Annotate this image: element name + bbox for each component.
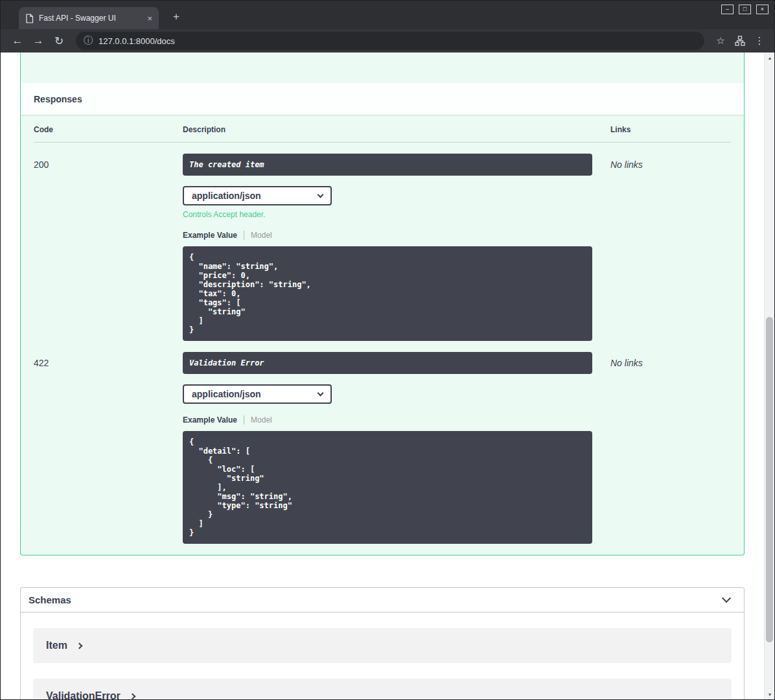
page-content: Responses Code Description Links 200 The… xyxy=(1,52,774,699)
chevron-right-icon xyxy=(76,642,82,649)
example-json-block: { "name": "string", "price": 0, "descrip… xyxy=(183,246,592,341)
response-code: 422 xyxy=(34,352,183,544)
chevron-down-icon xyxy=(318,191,324,198)
tab-example-value[interactable]: Example Value xyxy=(183,231,237,240)
collapse-chevron-icon[interactable] xyxy=(722,594,731,603)
response-description: The created item xyxy=(183,154,592,176)
col-header-description: Description xyxy=(183,125,610,134)
responses-section-header: Responses xyxy=(21,83,744,115)
responses-table: Code Description Links 200 The created i… xyxy=(21,115,744,555)
content-type-select[interactable]: application/json xyxy=(183,384,332,404)
menu-dots-icon[interactable]: ⋮ xyxy=(751,32,768,49)
tab-example-value[interactable]: Example Value xyxy=(183,415,237,425)
back-button[interactable]: ← xyxy=(8,32,27,50)
chevron-down-icon xyxy=(318,390,324,396)
close-button[interactable]: × xyxy=(756,5,769,14)
response-links: No links xyxy=(610,352,731,544)
schemas-title: Schemas xyxy=(29,594,71,605)
browser-window: Fast API - Swagger UI × + – □ × ← → ↻ ⓘ … xyxy=(0,0,775,700)
tab-title: Fast API - Swagger UI xyxy=(39,14,142,23)
response-description: Validation Error xyxy=(183,352,592,374)
model-row-validationerror[interactable]: ValidationError xyxy=(33,679,732,699)
example-model-tabs: Example Value Model xyxy=(183,231,610,240)
content-type-value: application/json xyxy=(192,191,261,201)
tab-model[interactable]: Model xyxy=(251,231,272,240)
col-header-links: Links xyxy=(610,125,731,134)
page-scrollbar[interactable]: ▲ ▼ xyxy=(764,52,774,699)
scroll-down-icon[interactable]: ▼ xyxy=(765,689,774,699)
address-bar[interactable]: ⓘ 127.0.0.1:8000/docs xyxy=(76,32,704,50)
model-title: Item xyxy=(46,640,67,651)
browser-toolbar: ← → ↻ ⓘ 127.0.0.1:8000/docs ☆ ⋮ xyxy=(1,29,774,52)
response-description-cell: Validation Error application/json Exampl… xyxy=(183,352,610,544)
responses-opblock: Responses Code Description Links 200 The… xyxy=(20,52,745,555)
example-json-block: { "detail": [ { "loc": [ "string" ], "ms… xyxy=(183,431,592,544)
new-tab-button[interactable]: + xyxy=(169,10,183,24)
schemas-section: Schemas Item ValidationError xyxy=(20,587,745,699)
tab-close-icon[interactable]: × xyxy=(147,14,152,23)
flowchart-icon[interactable] xyxy=(732,32,748,49)
tab-divider xyxy=(244,415,244,425)
response-row-422: 422 Validation Error application/json Ex… xyxy=(34,341,731,544)
schemas-body: Item ValidationError xyxy=(21,612,744,699)
forward-button[interactable]: → xyxy=(29,32,47,50)
response-links: No links xyxy=(610,154,731,341)
responses-table-header: Code Description Links xyxy=(34,125,731,143)
reload-button[interactable]: ↻ xyxy=(50,32,68,50)
col-header-code: Code xyxy=(34,125,183,134)
maximize-button[interactable]: □ xyxy=(739,5,751,14)
url-text: 127.0.0.1:8000/docs xyxy=(98,36,175,46)
bookmark-star-icon[interactable]: ☆ xyxy=(712,32,729,49)
content-type-value: application/json xyxy=(192,389,261,399)
site-info-icon[interactable]: ⓘ xyxy=(84,35,93,47)
tab-divider xyxy=(244,231,244,240)
response-description-cell: The created item application/json Contro… xyxy=(183,154,610,341)
model-row-item[interactable]: Item xyxy=(33,628,732,663)
window-controls: – □ × xyxy=(721,5,769,14)
responses-title: Responses xyxy=(34,94,82,104)
model-title: ValidationError xyxy=(46,690,121,699)
example-model-tabs: Example Value Model xyxy=(183,415,610,425)
response-code: 200 xyxy=(34,154,183,341)
response-row-200: 200 The created item application/json Co… xyxy=(34,143,731,341)
scrollbar-thumb[interactable] xyxy=(766,317,773,642)
page-icon xyxy=(25,14,34,23)
controls-accept-note: Controls Accept header. xyxy=(183,210,610,219)
minimize-button[interactable]: – xyxy=(721,5,734,14)
schemas-header[interactable]: Schemas xyxy=(21,588,744,612)
tab-model[interactable]: Model xyxy=(251,415,272,425)
scroll-up-icon[interactable]: ▲ xyxy=(765,52,774,63)
window-titlebar: Fast API - Swagger UI × + – □ × xyxy=(1,1,774,29)
opblock-spacer xyxy=(21,52,744,83)
content-type-select[interactable]: application/json xyxy=(183,186,332,205)
chevron-right-icon xyxy=(129,693,135,699)
browser-tab[interactable]: Fast API - Swagger UI × xyxy=(19,7,159,29)
